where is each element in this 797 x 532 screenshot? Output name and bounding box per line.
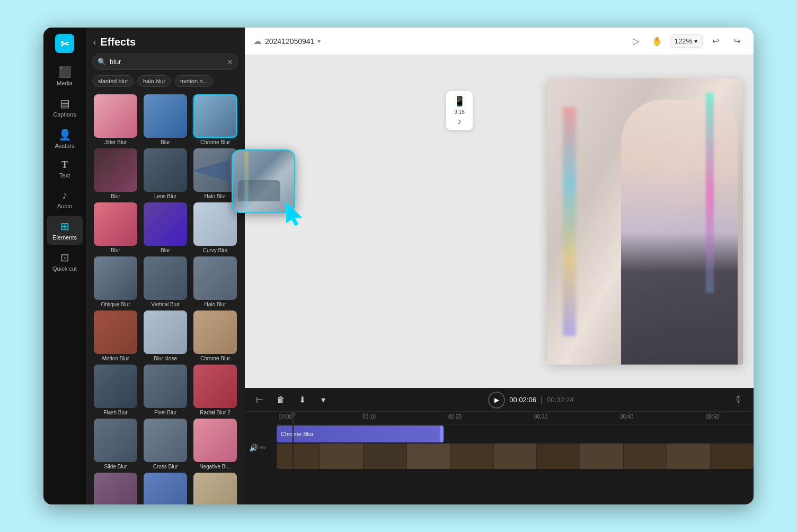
redo-button[interactable]: ↪ bbox=[728, 33, 745, 50]
effect-item-blur4[interactable]: Blur bbox=[142, 202, 189, 253]
effect-item-oblique-blur[interactable]: Oblique Blur bbox=[92, 256, 139, 307]
tag-slanted-blur[interactable]: slanted blur bbox=[92, 75, 134, 87]
effect-item-more2[interactable] bbox=[142, 473, 189, 504]
effect-name-radial-blur2: Radial Blur 2 bbox=[200, 410, 230, 415]
undo-button[interactable]: ↩ bbox=[707, 33, 724, 50]
sidebar-label-quickcut: Quick cut bbox=[52, 265, 77, 272]
effect-item-chrome-blur1[interactable]: Chrome Blur bbox=[192, 94, 238, 145]
preview-area: 📱 9:16 ♪ bbox=[245, 55, 754, 388]
sidebar-item-captions[interactable]: ▤ Captions bbox=[47, 93, 83, 122]
effect-item-halo-blur1[interactable]: Halo Blur bbox=[192, 148, 238, 199]
play-button[interactable]: ▶ bbox=[488, 392, 505, 409]
sidebar-item-avatars[interactable]: 👤 Avatars bbox=[47, 124, 83, 153]
search-input[interactable] bbox=[92, 54, 238, 70]
effect-thumb-blur2 bbox=[94, 148, 137, 192]
tag-motion-blur[interactable]: motion b... bbox=[174, 75, 213, 87]
frame-9 bbox=[624, 444, 667, 469]
tiktok-icon: ♪ bbox=[458, 117, 462, 126]
effect-item-more1[interactable] bbox=[92, 473, 139, 504]
sidebar-label-text: Text bbox=[59, 172, 70, 179]
track-labels: 🔊 ✏ bbox=[245, 412, 277, 504]
sidebar-label-audio: Audio bbox=[57, 203, 72, 209]
effect-item-blur3[interactable]: Blur bbox=[92, 202, 139, 253]
effect-name-blur4: Blur bbox=[161, 247, 170, 253]
effect-thumb-chrome-blur1 bbox=[193, 94, 237, 138]
effect-item-motion-blur[interactable]: Motion Blur bbox=[92, 311, 139, 361]
effect-thumb-motion-blur bbox=[94, 311, 137, 354]
track-label-video: 🔊 ✏ bbox=[245, 435, 277, 460]
effect-item-vertical-blur[interactable]: Vertical Blur bbox=[142, 256, 189, 307]
effect-item-negative-blur[interactable]: Negative Bl... bbox=[192, 419, 238, 469]
back-button[interactable]: ‹ bbox=[93, 38, 96, 47]
export-chevron-button[interactable]: ▾ bbox=[316, 393, 331, 407]
clear-search-button[interactable]: ✕ bbox=[227, 58, 233, 66]
effect-item-pixel-blur[interactable]: Pixel Blur bbox=[142, 365, 189, 415]
sidebar-item-quickcut[interactable]: ⊡ Quick cut bbox=[47, 247, 83, 276]
frame-11 bbox=[711, 444, 754, 469]
effect-thumb-halo-blur1 bbox=[193, 148, 237, 192]
effect-item-more3[interactable] bbox=[192, 473, 238, 504]
effect-clip-handle[interactable] bbox=[440, 425, 444, 442]
time-separator: | bbox=[541, 395, 543, 405]
effect-item-radial-blur2[interactable]: Radial Blur 2 bbox=[192, 365, 238, 415]
sidebar-label-media: Media bbox=[57, 80, 73, 86]
topbar-controls: ▷ ✋ 122% ▾ ↩ ↪ bbox=[627, 33, 745, 50]
zoom-control[interactable]: 122% ▾ bbox=[670, 34, 703, 48]
effect-thumb-negative-blur bbox=[193, 419, 237, 462]
cloud-icon: ☁ bbox=[253, 36, 262, 46]
sidebar-item-media[interactable]: ⬛ Media bbox=[47, 61, 83, 91]
effect-item-jitter-blur[interactable]: Jitter Blur bbox=[92, 94, 139, 145]
export-button[interactable]: ⬇ bbox=[295, 393, 309, 407]
effect-thumb-jitter-blur bbox=[94, 94, 137, 138]
elements-icon: ⊞ bbox=[60, 220, 69, 233]
effect-clip[interactable]: Chrome Blur bbox=[277, 425, 444, 442]
edit-icon[interactable]: ✏ bbox=[260, 444, 267, 452]
effect-item-curvy-blur[interactable]: Curvy Blur bbox=[192, 202, 238, 253]
effect-item-blur1[interactable]: Blur bbox=[142, 94, 189, 145]
sidebar-item-text[interactable]: T Text bbox=[47, 155, 83, 183]
effect-item-halo-blur2[interactable]: Halo Blur bbox=[192, 256, 238, 307]
effect-item-blur2[interactable]: Blur bbox=[92, 148, 139, 199]
effect-item-slide-blur[interactable]: Slide Blur bbox=[92, 419, 139, 469]
volume-icon[interactable]: 🔊 bbox=[249, 444, 258, 452]
quickcut-icon: ⊡ bbox=[60, 251, 69, 264]
sidebar-item-audio[interactable]: ♪ Audio bbox=[47, 185, 83, 214]
effect-item-lens-blur[interactable]: Lens Blur bbox=[142, 148, 189, 199]
zoom-chevron-icon: ▾ bbox=[694, 37, 698, 45]
effect-item-cross-blur[interactable]: Cross Blur bbox=[142, 419, 189, 469]
split-button[interactable]: ⊢ bbox=[252, 393, 267, 407]
frame-10 bbox=[667, 444, 711, 469]
project-chevron-icon: ▾ bbox=[317, 38, 321, 45]
playhead-dot bbox=[290, 412, 296, 417]
effect-item-chrome-blur2[interactable]: Chrome Blur bbox=[192, 311, 238, 361]
effect-thumb-more1 bbox=[94, 473, 137, 504]
sidebar: ✂ ⬛ Media ▤ Captions 👤 Avatars T Text ♪ … bbox=[43, 28, 86, 504]
effect-thumb-radial-blur2 bbox=[193, 365, 237, 408]
effect-name-chrome-blur2: Chrome Blur bbox=[200, 356, 230, 361]
hand-tool-button[interactable]: ✋ bbox=[649, 33, 666, 50]
project-name[interactable]: ☁ 202412050941 ▾ bbox=[253, 36, 321, 46]
topbar: ☁ 202412050941 ▾ ▷ ✋ 122% ▾ ↩ ↪ bbox=[245, 28, 754, 55]
ruler-mark-50: 00:50 bbox=[706, 414, 719, 420]
effect-thumb-blur-close bbox=[144, 311, 187, 354]
main-area: ☁ 202412050941 ▾ ▷ ✋ 122% ▾ ↩ ↪ 📱 9:16 bbox=[245, 28, 754, 504]
effect-name-cross-blur: Cross Blur bbox=[153, 464, 178, 469]
filmstrip bbox=[277, 444, 754, 469]
video-preview-inner bbox=[547, 78, 743, 365]
sidebar-item-elements[interactable]: ⊞ Elements bbox=[47, 216, 83, 245]
effect-item-flash-blur[interactable]: Flash Blur bbox=[92, 365, 139, 415]
delete-button[interactable]: 🗑 bbox=[273, 393, 288, 407]
overlay-blur bbox=[547, 78, 743, 365]
app-container: ✂ ⬛ Media ▤ Captions 👤 Avatars T Text ♪ … bbox=[43, 28, 754, 504]
search-icon: 🔍 bbox=[98, 58, 106, 66]
effect-item-blur-close[interactable]: Blur close bbox=[142, 311, 189, 361]
effect-thumb-pixel-blur bbox=[144, 365, 187, 408]
timeline-area: ⊢ 🗑 ⬇ ▾ ▶ 00:02:06 | 00:32:24 🎙 bbox=[245, 388, 754, 504]
tag-halo-blur[interactable]: halo blur bbox=[137, 75, 171, 87]
app-logo[interactable]: ✂ bbox=[55, 34, 74, 53]
frame-4 bbox=[407, 444, 450, 469]
play-tool-button[interactable]: ▷ bbox=[627, 33, 644, 50]
zoom-level: 122% bbox=[675, 37, 692, 45]
mic-button[interactable]: 🎙 bbox=[731, 393, 746, 407]
video-track-strip[interactable] bbox=[277, 444, 754, 469]
